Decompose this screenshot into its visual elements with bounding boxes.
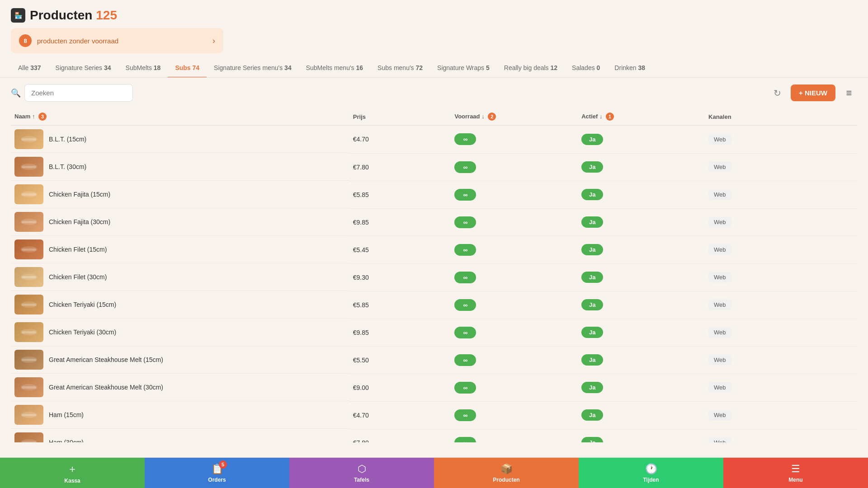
channel-badge: Web [708,355,731,365]
product-name: Ham (15cm) [49,411,84,418]
svg-rect-9 [22,249,36,251]
product-price: €5.85 [349,181,451,208]
table-row[interactable]: Chicken Teriyaki (30cm) €9.85 ∞ Ja Web [11,319,857,346]
active-badge: Ja [581,327,603,338]
nav-item-kassa[interactable]: ＋ Kassa [0,458,145,488]
channel-badge: Web [708,162,731,172]
tab-salades[interactable]: Salades 0 [565,59,607,78]
table-row[interactable]: Great American Steakhouse Melt (30cm) €9… [11,374,857,401]
active-badge: Ja [581,272,603,283]
svg-rect-23 [22,441,36,442]
col-header-stock[interactable]: Voorraad ↓ 2 [451,108,578,126]
tijden-icon: 🕐 [645,463,657,475]
active-badge: Ja [581,382,603,393]
orders-badge: 5 [219,460,227,469]
nav-item-orders[interactable]: 5 📋 Orders [145,458,289,488]
tab-signature-series-menus[interactable]: Signature Series menu's 34 [207,59,299,78]
product-name: Chicken Teriyaki (15cm) [49,301,116,308]
product-price: €9.85 [349,208,451,236]
col-header-active[interactable]: Actief ↓ 1 [578,108,705,126]
svg-rect-21 [22,414,36,416]
stock-badge: ∞ [454,244,476,256]
active-badge: Ja [581,161,603,173]
table-row[interactable]: Chicken Teriyaki (15cm) €5.85 ∞ Ja Web [11,291,857,319]
nav-item-producten[interactable]: 📦 Producten [434,458,579,488]
product-price: €5.45 [349,236,451,263]
alert-banner[interactable]: 8 producten zonder voorraad › [11,28,223,53]
tab-really-big-deals[interactable]: Really big deals 12 [497,59,565,78]
stock-badge: ∞ [454,354,476,366]
channel-badge: Web [708,382,731,393]
tab-alle[interactable]: Alle 337 [11,59,48,78]
product-thumbnail [14,350,43,370]
table-row[interactable]: Chicken Fajita (30cm) €9.85 ∞ Ja Web [11,208,857,236]
tab-submelts[interactable]: SubMelts 18 [118,59,168,78]
nav-item-tafels[interactable]: ⬡ Tafels [289,458,434,488]
product-name: B.L.T. (15cm) [49,136,86,143]
channel-badge: Web [708,300,731,310]
table-row[interactable]: Chicken Filet (15cm) €5.45 ∞ Ja Web [11,236,857,263]
product-thumbnail [14,267,43,287]
new-product-button[interactable]: + NIEUW [791,84,835,101]
table-row[interactable]: Ham (15cm) €4.70 ∞ Ja Web [11,401,857,429]
stock-badge: ∞ [454,161,476,173]
svg-rect-15 [22,331,36,333]
bottom-navigation: ＋ Kassa 5 📋 Orders ⬡ Tafels 📦 Producten … [0,457,868,488]
product-price: €4.70 [349,401,451,429]
active-badge: Ja [581,189,603,200]
kassa-icon: ＋ [67,462,77,476]
tafels-icon: ⬡ [358,463,366,475]
stock-badge: ∞ [454,189,476,201]
active-badge: Ja [581,409,603,421]
svg-rect-5 [22,193,36,196]
col-header-name[interactable]: Naam ↑ 3 [11,108,349,126]
svg-rect-17 [22,359,36,361]
product-price: €5.50 [349,346,451,374]
product-name: Chicken Fajita (30cm) [49,218,110,225]
product-name: B.L.T. (30cm) [49,163,86,170]
product-thumbnail [14,157,43,177]
product-thumbnail [14,184,43,204]
active-badge: Ja [581,134,603,145]
search-input[interactable] [24,84,133,102]
product-name: Chicken Fajita (15cm) [49,191,110,198]
tab-submelts-menus[interactable]: SubMelts menu's 16 [299,59,370,78]
tab-subs-menus[interactable]: Subs menu's 72 [370,59,430,78]
channel-badge: Web [708,327,731,338]
nav-item-menu[interactable]: ☰ Menu [723,458,868,488]
producten-icon: 📦 [500,463,513,475]
stock-badge: ∞ [454,133,476,145]
tab-signature-wraps[interactable]: Signature Wraps 5 [430,59,497,78]
product-thumbnail [14,322,43,342]
table-row[interactable]: Great American Steakhouse Melt (15cm) €5… [11,346,857,374]
product-thumbnail [14,212,43,232]
channel-badge: Web [708,410,731,420]
active-badge: Ja [581,244,603,255]
channel-badge: Web [708,134,731,145]
nav-item-tijden[interactable]: 🕐 Tijden [579,458,723,488]
table-row[interactable]: B.L.T. (15cm) €4.70 ∞ Ja Web [11,126,857,154]
active-badge: Ja [581,216,603,228]
product-thumbnail [14,129,43,149]
tab-subs[interactable]: Subs 74 [168,59,207,78]
svg-rect-19 [22,386,36,389]
refresh-button[interactable]: ↻ [769,85,785,101]
product-price: €7.80 [349,153,451,181]
table-row[interactable]: Ham (30cm) €7.80 ∞ Ja Web [11,429,857,442]
stock-badge: ∞ [454,382,476,394]
alert-arrow-icon: › [212,36,215,46]
more-options-button[interactable]: ≡ [841,85,857,101]
table-row[interactable]: Chicken Filet (30cm) €9.30 ∞ Ja Web [11,263,857,291]
stock-badge: ∞ [454,437,476,443]
col-header-price[interactable]: Prijs [349,108,451,126]
app-icon: 🏪 [11,8,25,23]
table-row[interactable]: B.L.T. (30cm) €7.80 ∞ Ja Web [11,153,857,181]
tab-drinken[interactable]: Drinken 38 [607,59,652,78]
svg-rect-7 [22,221,36,223]
tab-signature-series[interactable]: Signature Series 34 [48,59,118,78]
product-name: Great American Steakhouse Melt (30cm) [49,384,163,391]
table-row[interactable]: Chicken Fajita (15cm) €5.85 ∞ Ja Web [11,181,857,208]
category-tabs: Alle 337 Signature Series 34 SubMelts 18… [0,59,868,78]
stock-badge: ∞ [454,299,476,311]
product-thumbnail [14,405,43,425]
